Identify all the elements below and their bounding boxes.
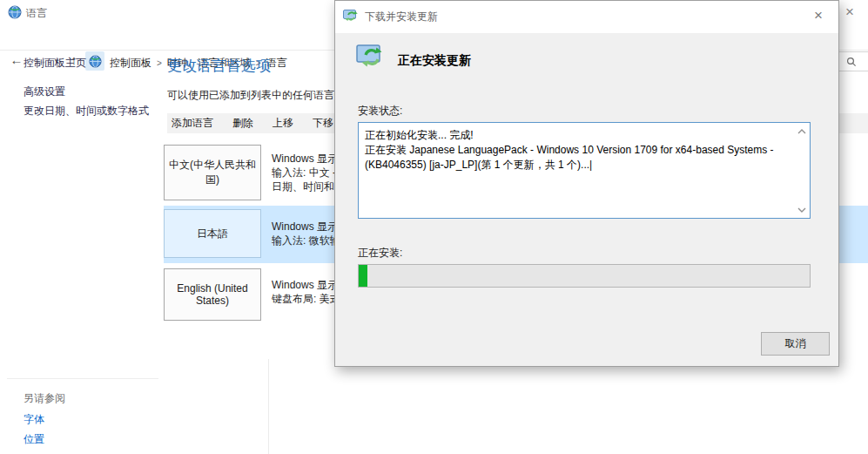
language-details-japanese: Windows 显示 输入法: 微软输 [272, 220, 340, 247]
add-language-button[interactable]: 添加语言 [172, 116, 213, 131]
page-description: 可以使用已添加到列表中的任何语言键入 [167, 88, 355, 103]
status-line: 正在初始化安装... 完成! [365, 128, 791, 143]
dialog-close-icon[interactable]: × [805, 4, 831, 27]
dialog-titlebar: 下载并安装更新 × [335, 1, 838, 33]
install-progress-bar [358, 264, 811, 288]
remove-language-button[interactable]: 删除 [232, 116, 253, 131]
sidebar-item-advanced-settings[interactable]: 高级设置 [24, 85, 65, 99]
page-title: 更改语言首选项 [167, 56, 271, 76]
content-divider-line [268, 359, 269, 454]
breadcrumb-separator: > [153, 58, 165, 68]
move-down-button[interactable]: 下移 [313, 116, 333, 131]
breadcrumb-control-panel[interactable]: 控制面板 [108, 57, 153, 69]
sidebar-item-change-date-time-formats[interactable]: 更改日期、时间或数字格式 [24, 104, 149, 119]
sidebar-divider [7, 378, 158, 379]
see-also-heading: 另请参阅 [24, 391, 65, 406]
move-up-button[interactable]: 上移 [273, 116, 293, 131]
scroll-up-icon[interactable] [797, 128, 806, 135]
install-updates-dialog: 下载并安装更新 × 正在安装更新 安装状态: 正在初始化安装... 完成! 正在… [334, 0, 839, 367]
language-globe-icon [8, 5, 22, 19]
search-icon [846, 57, 857, 67]
language-box-japanese[interactable]: 日本語 [164, 209, 261, 258]
screen: { "window": { "title": "语言", "close_glyp… [0, 0, 868, 454]
scroll-down-icon[interactable] [797, 207, 806, 213]
status-line: (KB4046355) [ja-JP_LP](第 1 个更新，共 1 个)...… [365, 158, 791, 173]
dialog-heading: 正在安装更新 [398, 53, 471, 69]
address-globe-icon [85, 51, 104, 71]
cancel-button[interactable]: 取消 [761, 332, 830, 356]
windows-update-icon [343, 10, 359, 24]
language-box-chinese[interactable]: 中文(中华人民共和国) [164, 145, 261, 200]
install-progress-fill [359, 265, 367, 287]
language-details-english: Windows 显示 键盘布局: 美式 [272, 278, 340, 306]
window-title: 语言 [26, 6, 47, 21]
window-close-icon[interactable]: × [838, 2, 862, 23]
status-textbox[interactable]: 正在初始化安装... 完成! 正在安装 Japanese LanguagePac… [358, 122, 811, 219]
status-line: 正在安装 Japanese LanguagePack - Windows 10 … [365, 143, 791, 158]
language-details-chinese: Windows 显示 输入法: 中文 - 日期、时间和 [272, 152, 338, 193]
search-input[interactable] [838, 51, 868, 71]
sidebar-item-fonts[interactable]: 字体 [24, 412, 44, 427]
installing-label: 正在安装: [358, 246, 402, 261]
language-box-english[interactable]: English (United States) [164, 268, 261, 321]
installing-updates-icon [356, 44, 387, 71]
sidebar-item-location[interactable]: 位置 [24, 432, 44, 447]
dialog-title: 下载并安装更新 [365, 10, 438, 24]
sidebar-item-control-panel-home[interactable]: 控制面板主页 [24, 56, 86, 71]
status-label: 安装状态: [358, 104, 402, 119]
